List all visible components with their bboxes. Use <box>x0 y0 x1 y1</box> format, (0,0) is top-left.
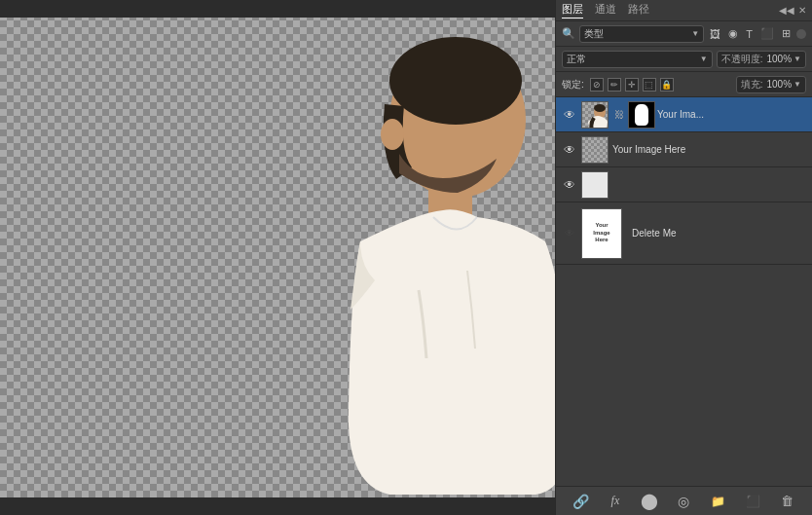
pixel-filter-btn[interactable]: 🖼 <box>708 26 722 42</box>
layer-name: Delete Me <box>632 228 806 239</box>
thumb-text: YourImageHere <box>593 222 609 244</box>
person-image <box>263 18 565 497</box>
layer-item[interactable]: 👁 Your Image Here <box>556 132 812 167</box>
svg-point-1 <box>389 37 522 125</box>
layer-visibility-toggle[interactable]: 👁 <box>562 226 577 241</box>
filter-toolbar: 🔍 类型 ▼ 🖼 ◉ T ⬛ ⊞ <box>556 21 812 47</box>
adjustment-filter-btn[interactable]: ◉ <box>726 25 740 42</box>
panel-close-btn[interactable]: ✕ <box>798 5 806 16</box>
filter-dropdown-arrow: ▼ <box>691 29 699 38</box>
layer-effects-btn[interactable]: fx <box>604 490 627 513</box>
layer-thumbnail: YourImageHere <box>581 208 622 259</box>
layer-thumbnail <box>581 101 609 129</box>
tab-layers[interactable]: 图层 <box>562 2 583 18</box>
lock-label: 锁定: <box>562 78 584 92</box>
layer-item[interactable]: 👁 <box>556 167 812 202</box>
layer-thumbnail <box>581 171 609 199</box>
filter-type-label: 类型 <box>584 27 691 41</box>
layer-visibility-toggle[interactable]: 👁 <box>562 177 577 193</box>
lock-icons-group: ⊘ ✏ ✛ ⬚ 🔒 <box>590 78 674 92</box>
layer-chain-icon: ⛓ <box>614 109 624 120</box>
new-group-btn[interactable]: 📁 <box>707 490 730 513</box>
layer-item[interactable]: 👁 YourImageHere Delete Me <box>556 202 812 265</box>
filter-toggle[interactable] <box>796 29 806 39</box>
tab-paths[interactable]: 路径 <box>628 2 649 18</box>
delete-layer-btn[interactable]: 🗑 <box>775 490 798 513</box>
lock-transparent-btn[interactable]: ⊘ <box>590 78 604 92</box>
layer-item[interactable]: 👁 ⛓ Your Ima... <box>556 97 812 132</box>
opacity-arrow: ▼ <box>794 55 801 63</box>
blend-mode-label: 正常 <box>567 53 700 66</box>
tab-channels[interactable]: 通道 <box>595 2 616 18</box>
layers-list: 👁 ⛓ Your Ima... 👁 <box>556 97 812 486</box>
layer-visibility-toggle[interactable]: 👁 <box>562 142 577 158</box>
link-layers-btn[interactable]: 🔗 <box>570 490 593 513</box>
blend-mode-toolbar: 正常 ▼ 不透明度: 100% ▼ <box>556 47 812 72</box>
fill-label: 填充: <box>741 78 763 92</box>
layer-name: Your Image Here <box>612 144 806 155</box>
smartobj-filter-btn[interactable]: ⊞ <box>780 25 793 42</box>
thumb-person-svg <box>582 102 609 129</box>
layers-bottom-toolbar: 🔗 fx ⬤ ◎ 📁 ⬛ 🗑 <box>556 486 812 515</box>
lock-fill-toolbar: 锁定: ⊘ ✏ ✛ ⬚ 🔒 填充: 100% ▼ <box>556 72 812 97</box>
lock-paint-btn[interactable]: ✏ <box>608 78 621 92</box>
layer-mask-thumbnail <box>628 101 655 129</box>
opacity-value: 100% <box>767 54 793 64</box>
layer-name: Your Ima... <box>657 109 806 120</box>
mask-shape <box>635 104 648 126</box>
svg-point-2 <box>381 119 404 150</box>
shape-filter-btn[interactable]: ⬛ <box>758 25 776 42</box>
type-filter-dropdown[interactable]: 类型 ▼ <box>579 25 704 43</box>
layers-panel: 图层 通道 路径 ◀◀ ✕ 🔍 类型 ▼ 🖼 ◉ T ⬛ ⊞ 正常 ▼ 不透明度… <box>555 0 812 515</box>
opacity-label: 不透明度: <box>721 53 763 66</box>
fill-value: 100% <box>767 79 793 90</box>
new-layer-btn[interactable]: ⬛ <box>741 490 764 513</box>
new-adjustment-btn[interactable]: ◎ <box>672 490 695 513</box>
opacity-control[interactable]: 不透明度: 100% ▼ <box>717 51 806 68</box>
layer-visibility-toggle[interactable]: 👁 <box>562 107 577 123</box>
text-filter-btn[interactable]: T <box>744 26 755 42</box>
thumb-checker-bg <box>582 137 608 163</box>
lock-all-btn[interactable]: 🔒 <box>660 78 674 92</box>
lock-artboard-btn[interactable]: ⬚ <box>643 78 656 92</box>
search-icon: 🔍 <box>562 27 575 40</box>
blend-mode-arrow: ▼ <box>700 55 708 63</box>
blend-mode-dropdown[interactable]: 正常 ▼ <box>562 51 713 68</box>
fill-arrow: ▼ <box>794 80 801 89</box>
add-mask-btn[interactable]: ⬤ <box>638 490 661 513</box>
fill-control[interactable]: 填充: 100% ▼ <box>736 76 806 93</box>
svg-point-5 <box>594 104 606 112</box>
panel-collapse-btn[interactable]: ◀◀ <box>779 5 794 16</box>
lock-move-btn[interactable]: ✛ <box>625 78 639 92</box>
layer-thumbnail <box>581 136 609 164</box>
